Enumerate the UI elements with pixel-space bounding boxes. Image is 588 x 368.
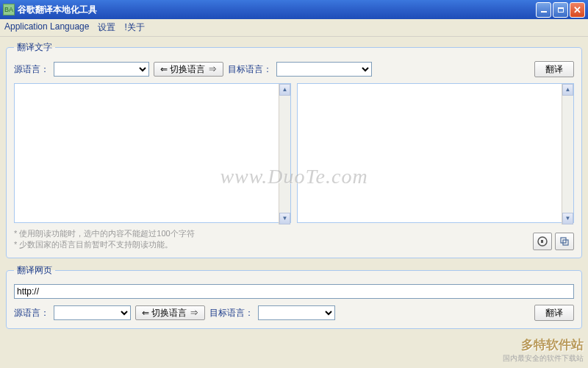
app-icon: BA [3,4,15,15]
close-button[interactable]: ✕ [570,2,585,18]
window-title: 谷歌翻译本地化工具 [18,4,536,16]
menu-app-language[interactable]: Application Language [4,21,89,34]
hint-line-2: * 少数国家的语言目前暂时不支持朗读功能。 [14,239,533,250]
source-text-input[interactable] [14,83,291,223]
menubar: Application Language 设置 !关于 [0,19,588,37]
watermark-brand: 多特软件站 国内最安全的软件下载站 [503,336,584,364]
web-target-lang-select[interactable] [258,305,335,320]
maximize-button[interactable] [553,2,568,18]
menu-about[interactable]: !关于 [124,21,144,34]
translate-text-legend: 翻译文字 [14,41,55,54]
translate-text-panel: 翻译文字 源语言： ⇐ 切换语言 ⇒ 目标语言： 翻译 ▲ ▼ ▲ ▼ [6,41,582,258]
scroll-down-icon[interactable]: ▼ [279,213,290,224]
hints-text: * 使用朗读功能时，选中的内容不能超过100个字符 * 少数国家的语言目前暂时不… [14,228,533,250]
target-lang-label: 目标语言： [228,63,272,76]
speaker-icon [537,236,548,247]
translate-text-button[interactable]: 翻译 [534,61,574,77]
minimize-button[interactable] [536,2,551,18]
copy-icon [559,236,570,247]
window-controls: ✕ [536,2,585,18]
scroll-up-icon[interactable]: ▲ [279,84,290,96]
translate-web-button[interactable]: 翻译 [534,305,574,321]
target-text-output[interactable] [297,83,574,223]
translate-web-panel: 翻译网页 源语言： ⇐ 切换语言 ⇒ 目标语言： 翻译 [6,264,582,329]
web-swap-languages-button[interactable]: ⇐ 切换语言 ⇒ [135,305,205,320]
speak-button[interactable] [533,233,552,250]
menu-settings[interactable]: 设置 [98,21,115,34]
source-lang-select[interactable] [54,62,149,77]
scroll-down-icon[interactable]: ▼ [562,213,573,224]
web-source-lang-label: 源语言： [14,307,49,319]
web-source-lang-select[interactable] [54,305,131,320]
swap-languages-button[interactable]: ⇐ 切换语言 ⇒ [154,62,223,77]
watermark-brand-sub: 国内最安全的软件下载站 [503,353,584,364]
copy-button[interactable] [555,233,574,250]
scrollbar[interactable]: ▲ ▼ [279,84,290,224]
titlebar: BA 谷歌翻译本地化工具 ✕ [0,0,588,19]
url-input[interactable] [14,284,574,299]
hint-line-1: * 使用朗读功能时，选中的内容不能超过100个字符 [14,228,533,239]
source-lang-label: 源语言： [14,63,49,76]
scroll-up-icon[interactable]: ▲ [562,84,573,96]
content-area: 翻译文字 源语言： ⇐ 切换语言 ⇒ 目标语言： 翻译 ▲ ▼ ▲ ▼ [0,37,588,339]
target-lang-select[interactable] [276,62,372,77]
scrollbar[interactable]: ▲ ▼ [562,84,573,224]
translate-web-legend: 翻译网页 [14,264,55,277]
web-target-lang-label: 目标语言： [209,307,254,319]
